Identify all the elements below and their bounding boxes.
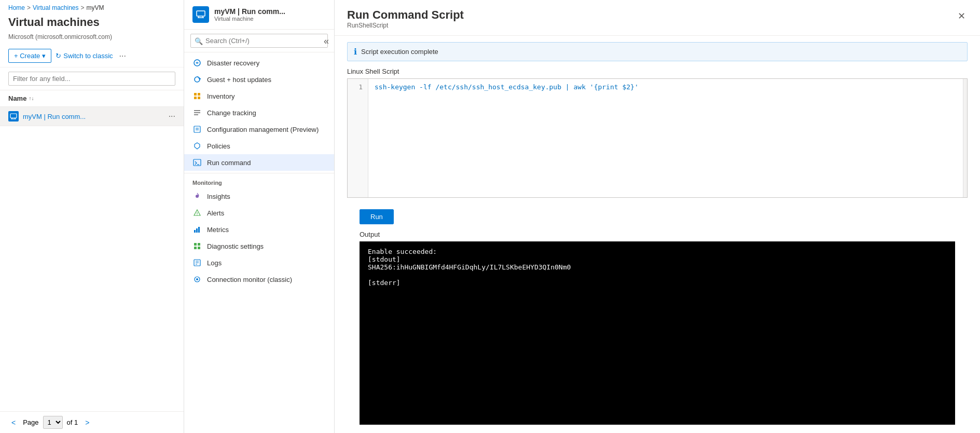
svg-rect-13 [198,97,200,99]
vm-name: myVM | Run comm... [23,113,86,120]
switch-label: Switch to classic [63,52,113,60]
toolbar: + Create ▾ ↻ Switch to classic ··· [0,45,184,67]
policies-label: Policies [207,142,230,150]
vm-header-sub: Virtual machine [214,16,285,22]
run-button[interactable]: Run [360,209,394,224]
output-terminal: Enable succeeded: [stdout] SHA256:ihHuGN… [360,241,955,425]
create-button[interactable]: + Create ▾ [8,49,51,63]
alerts-icon [192,208,202,218]
output-line-3: SHA256:ihHuGNBIGMfd4HFGiDqhLy/IL7LSKbeEH… [368,263,947,271]
nav-item-disaster-recovery[interactable]: Disaster recovery [184,55,334,71]
nav-item-run-command[interactable]: Run command [184,154,334,171]
svg-point-24 [197,214,197,215]
script-section: Linux Shell Script 1 ssh-keygen -lf /etc… [335,67,980,433]
table-header: Name ↑↓ [0,90,184,107]
vm-more-button[interactable]: ··· [169,112,175,121]
code-text: ssh-keygen -lf /etc/ssh/ssh_host_ecdsa_k… [375,83,639,91]
filter-input[interactable] [8,72,175,86]
vm-header: myVM | Run comm... Virtual machine [184,0,334,30]
collapse-panel-button[interactable]: « [322,33,331,48]
sort-icon: ↑↓ [29,96,34,101]
nav-item-inventory[interactable]: Inventory [184,88,334,104]
logs-label: Logs [207,259,222,267]
more-options-button[interactable]: ··· [117,49,128,63]
svg-rect-12 [194,97,197,99]
breadcrumb-vms[interactable]: Virtual machines [33,4,79,11]
nav-item-change-tracking[interactable]: Change tracking [184,104,334,121]
vm-row-left: myVM | Run comm... [8,111,86,121]
vm-row[interactable]: myVM | Run comm... ··· [0,107,184,126]
output-line-2: [stdout] [368,255,947,263]
script-label: Linux Shell Script [347,67,968,75]
nav-item-diagnostic-settings[interactable]: Diagnostic settings [184,238,334,254]
nav-item-policies[interactable]: Policies [184,138,334,154]
breadcrumb-sep2: > [81,4,85,11]
filter-bar [0,67,184,90]
nav-item-insights[interactable]: Insights [184,188,334,205]
search-box: 🔍 « [184,30,334,52]
pagination: < Page 1 of 1 > [0,411,184,433]
page-label: Page [23,418,38,426]
search-input[interactable] [190,34,328,48]
svg-rect-10 [194,93,197,96]
run-command-icon [192,158,202,167]
line-numbers: 1 [348,79,368,197]
disaster-recovery-label: Disaster recovery [207,59,259,67]
guest-updates-label: Guest + host updates [207,76,271,84]
breadcrumb-sep1: > [27,4,31,11]
right-panel: Run Command Script RunShellScript ✕ ℹ Sc… [335,0,980,433]
close-button[interactable]: ✕ [956,8,968,24]
nav-item-config-mgmt[interactable]: Configuration management (Preview) [184,121,334,138]
metrics-label: Metrics [207,226,229,234]
next-page-button[interactable]: > [82,417,92,428]
script-panel-header: Run Command Script RunShellScript ✕ [335,0,980,36]
middle-panel: myVM | Run comm... Virtual machine 🔍 « D… [184,0,335,433]
disaster-recovery-icon [192,58,202,67]
nav-divider [184,173,334,173]
change-tracking-icon [192,108,202,117]
connection-monitor-label: Connection monitor (classic) [207,276,292,283]
vm-header-icon [192,6,209,23]
alerts-label: Alerts [207,209,224,217]
diagnostic-label: Diagnostic settings [207,242,264,250]
insights-icon [192,192,202,201]
name-header: Name [8,94,26,102]
nav-item-logs[interactable]: Logs [184,254,334,271]
svg-rect-28 [194,243,197,246]
svg-rect-11 [198,93,200,96]
connection-monitor-icon [192,275,202,284]
switch-classic-button[interactable]: ↻ Switch to classic [56,52,113,60]
nav-item-metrics[interactable]: Metrics [184,221,334,238]
run-command-label: Run command [207,159,251,167]
code-content[interactable]: ssh-keygen -lf /etc/ssh/ssh_host_ecdsa_k… [368,79,963,197]
svg-rect-4 [197,11,205,16]
output-line-5: [stderr] [368,279,947,287]
svg-rect-29 [198,243,200,246]
nav-item-alerts[interactable]: Alerts [184,205,334,221]
info-icon: ℹ [354,47,357,57]
config-mgmt-icon [192,125,202,134]
create-label: + Create [14,52,40,60]
breadcrumb-home[interactable]: Home [8,4,25,11]
output-line-4 [368,271,947,279]
panel-title: Virtual machines [0,13,184,33]
script-panel-title: Run Command Script [347,8,464,22]
svg-rect-0 [10,114,17,118]
svg-rect-17 [194,126,200,132]
info-banner-text: Script execution complete [361,48,438,56]
scrollbar[interactable] [963,79,967,197]
chevron-down-icon: ▾ [42,52,46,60]
nav-item-connection-monitor[interactable]: Connection monitor (classic) [184,271,334,288]
search-icon: 🔍 [195,37,203,45]
page-select[interactable]: 1 [43,416,63,429]
metrics-icon [192,225,202,234]
vm-header-title: myVM | Run comm... [214,7,285,16]
change-tracking-label: Change tracking [207,109,256,117]
panel-subtitle: Microsoft (microsoft.onmicrosoft.com) [0,33,184,45]
info-banner: ℹ Script execution complete [347,42,968,61]
switch-icon: ↻ [56,52,61,60]
svg-rect-25 [194,230,196,233]
svg-rect-15 [194,112,200,113]
nav-item-guest-updates[interactable]: Guest + host updates [184,71,334,88]
prev-page-button[interactable]: < [8,417,19,428]
